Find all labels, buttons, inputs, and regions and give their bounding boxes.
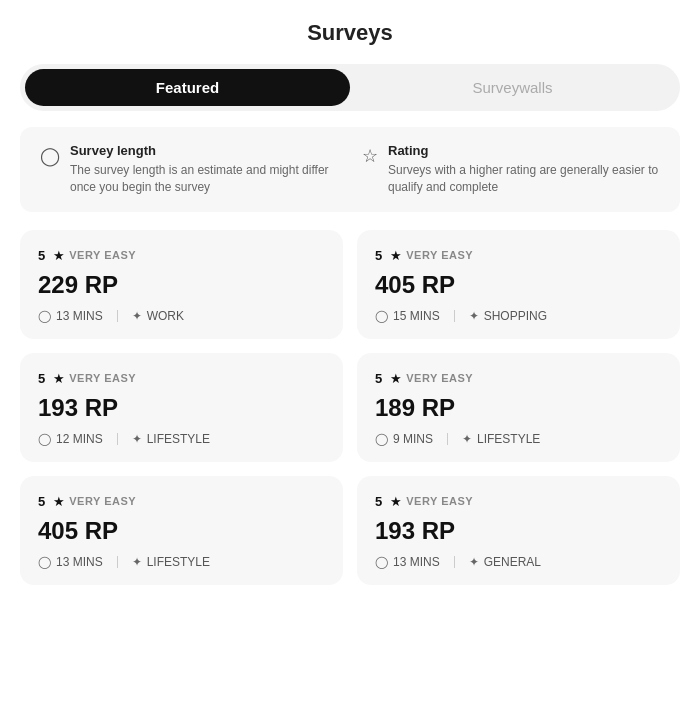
meta-category: ✦ SHOPPING xyxy=(469,309,547,323)
tab-surveywalls[interactable]: Surveywalls xyxy=(350,69,675,106)
info-item-length: ◯ Survey length The survey length is an … xyxy=(40,143,338,196)
info-length-title: Survey length xyxy=(70,143,338,158)
page-title: Surveys xyxy=(20,20,680,46)
card-meta: ◯ 13 MINS ✦ LIFESTYLE xyxy=(38,555,325,569)
duration-label: 12 MINS xyxy=(56,432,103,446)
star-filled-icon: ★ xyxy=(53,371,65,386)
clock-small-icon: ◯ xyxy=(38,555,51,569)
duration-label: 13 MINS xyxy=(56,309,103,323)
tag-icon: ✦ xyxy=(132,309,142,323)
reward: 193 RP xyxy=(375,517,662,545)
tag-icon: ✦ xyxy=(469,555,479,569)
rating-num: 5 xyxy=(38,371,45,386)
category-label: WORK xyxy=(147,309,184,323)
category-label: LIFESTYLE xyxy=(147,432,210,446)
category-label: SHOPPING xyxy=(484,309,547,323)
difficulty-badge: VERY EASY xyxy=(406,495,473,507)
meta-category: ✦ GENERAL xyxy=(469,555,541,569)
clock-small-icon: ◯ xyxy=(38,432,51,446)
meta-divider xyxy=(447,433,448,445)
difficulty-badge: VERY EASY xyxy=(406,372,473,384)
meta-divider xyxy=(117,433,118,445)
survey-card[interactable]: 5 ★ VERY EASY 189 RP ◯ 9 MINS ✦ LIFESTYL… xyxy=(357,353,680,462)
info-item-rating: ☆ Rating Surveys with a higher rating ar… xyxy=(362,143,660,196)
info-box: ◯ Survey length The survey length is an … xyxy=(20,127,680,212)
difficulty-badge: VERY EASY xyxy=(406,249,473,261)
meta-category: ✦ LIFESTYLE xyxy=(132,555,210,569)
duration-label: 13 MINS xyxy=(56,555,103,569)
survey-card[interactable]: 5 ★ VERY EASY 193 RP ◯ 12 MINS ✦ LIFESTY… xyxy=(20,353,343,462)
star-filled-icon: ★ xyxy=(390,494,402,509)
survey-card[interactable]: 5 ★ VERY EASY 229 RP ◯ 13 MINS ✦ WORK xyxy=(20,230,343,339)
info-rating-title: Rating xyxy=(388,143,660,158)
tag-icon: ✦ xyxy=(132,432,142,446)
meta-category: ✦ WORK xyxy=(132,309,184,323)
difficulty-badge: VERY EASY xyxy=(69,495,136,507)
category-label: LIFESTYLE xyxy=(477,432,540,446)
meta-duration: ◯ 13 MINS xyxy=(375,555,440,569)
rating-num: 5 xyxy=(375,371,382,386)
meta-divider xyxy=(117,310,118,322)
meta-duration: ◯ 15 MINS xyxy=(375,309,440,323)
duration-label: 15 MINS xyxy=(393,309,440,323)
rating-num: 5 xyxy=(375,494,382,509)
rating-num: 5 xyxy=(38,494,45,509)
card-meta: ◯ 13 MINS ✦ GENERAL xyxy=(375,555,662,569)
duration-label: 13 MINS xyxy=(393,555,440,569)
card-meta: ◯ 15 MINS ✦ SHOPPING xyxy=(375,309,662,323)
reward: 229 RP xyxy=(38,271,325,299)
surveys-grid: 5 ★ VERY EASY 229 RP ◯ 13 MINS ✦ WORK 5 … xyxy=(20,230,680,585)
card-top: 5 ★ VERY EASY xyxy=(375,371,662,386)
card-meta: ◯ 13 MINS ✦ WORK xyxy=(38,309,325,323)
difficulty-badge: VERY EASY xyxy=(69,249,136,261)
survey-card[interactable]: 5 ★ VERY EASY 405 RP ◯ 13 MINS ✦ LIFESTY… xyxy=(20,476,343,585)
meta-duration: ◯ 9 MINS xyxy=(375,432,433,446)
tab-featured[interactable]: Featured xyxy=(25,69,350,106)
tag-icon: ✦ xyxy=(132,555,142,569)
star-filled-icon: ★ xyxy=(53,494,65,509)
info-length-desc: The survey length is an estimate and mig… xyxy=(70,162,338,196)
category-label: GENERAL xyxy=(484,555,541,569)
reward: 193 RP xyxy=(38,394,325,422)
survey-card[interactable]: 5 ★ VERY EASY 405 RP ◯ 15 MINS ✦ SHOPPIN… xyxy=(357,230,680,339)
clock-small-icon: ◯ xyxy=(375,309,388,323)
reward: 405 RP xyxy=(375,271,662,299)
star-filled-icon: ★ xyxy=(53,248,65,263)
card-top: 5 ★ VERY EASY xyxy=(38,494,325,509)
meta-category: ✦ LIFESTYLE xyxy=(462,432,540,446)
meta-duration: ◯ 13 MINS xyxy=(38,555,103,569)
tab-bar: Featured Surveywalls xyxy=(20,64,680,111)
reward: 189 RP xyxy=(375,394,662,422)
meta-divider xyxy=(454,310,455,322)
meta-category: ✦ LIFESTYLE xyxy=(132,432,210,446)
card-top: 5 ★ VERY EASY xyxy=(38,248,325,263)
card-top: 5 ★ VERY EASY xyxy=(38,371,325,386)
rating-num: 5 xyxy=(38,248,45,263)
star-filled-icon: ★ xyxy=(390,371,402,386)
meta-divider xyxy=(117,556,118,568)
tag-icon: ✦ xyxy=(462,432,472,446)
meta-duration: ◯ 12 MINS xyxy=(38,432,103,446)
info-rating-desc: Surveys with a higher rating are general… xyxy=(388,162,660,196)
clock-small-icon: ◯ xyxy=(375,555,388,569)
survey-card[interactable]: 5 ★ VERY EASY 193 RP ◯ 13 MINS ✦ GENERAL xyxy=(357,476,680,585)
card-meta: ◯ 12 MINS ✦ LIFESTYLE xyxy=(38,432,325,446)
tag-icon: ✦ xyxy=(469,309,479,323)
clock-small-icon: ◯ xyxy=(375,432,388,446)
reward: 405 RP xyxy=(38,517,325,545)
meta-divider xyxy=(454,556,455,568)
duration-label: 9 MINS xyxy=(393,432,433,446)
card-meta: ◯ 9 MINS ✦ LIFESTYLE xyxy=(375,432,662,446)
category-label: LIFESTYLE xyxy=(147,555,210,569)
clock-icon: ◯ xyxy=(40,145,60,167)
card-top: 5 ★ VERY EASY xyxy=(375,494,662,509)
card-top: 5 ★ VERY EASY xyxy=(375,248,662,263)
clock-small-icon: ◯ xyxy=(38,309,51,323)
rating-num: 5 xyxy=(375,248,382,263)
meta-duration: ◯ 13 MINS xyxy=(38,309,103,323)
difficulty-badge: VERY EASY xyxy=(69,372,136,384)
star-outline-icon: ☆ xyxy=(362,145,378,167)
star-filled-icon: ★ xyxy=(390,248,402,263)
